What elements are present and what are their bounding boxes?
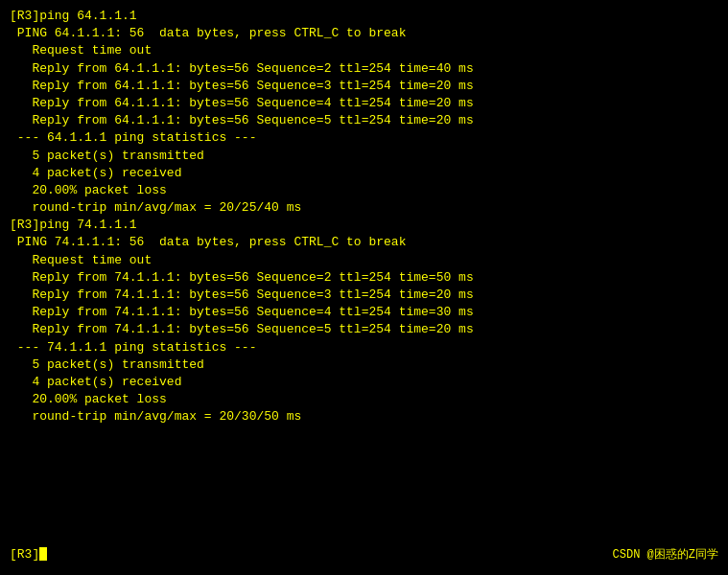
terminal-line: [R3]ping 64.1.1.1	[10, 8, 718, 25]
terminal-line: Request time out	[10, 42, 718, 59]
terminal-line: Reply from 64.1.1.1: bytes=56 Sequence=2…	[10, 60, 718, 78]
terminal-line: 20.00% packet loss	[10, 182, 718, 199]
terminal-line: 5 packet(s) transmitted	[10, 148, 718, 165]
terminal-line: Reply from 64.1.1.1: bytes=56 Sequence=5…	[10, 112, 718, 129]
terminal-line: Reply from 74.1.1.1: bytes=56 Sequence=5…	[10, 321, 718, 338]
terminal-line: round-trip min/avg/max = 20/25/40 ms	[10, 199, 718, 217]
terminal-line: 20.00% packet loss	[10, 391, 718, 408]
terminal-line: Reply from 74.1.1.1: bytes=56 Sequence=3…	[10, 287, 718, 304]
terminal-line: Reply from 64.1.1.1: bytes=56 Sequence=4…	[10, 95, 718, 112]
terminal-line: round-trip min/avg/max = 20/30/50 ms	[10, 408, 718, 426]
terminal-output: [R3]ping 64.1.1.1 PING 64.1.1.1: 56 data…	[10, 8, 718, 426]
terminal-line: Reply from 64.1.1.1: bytes=56 Sequence=3…	[10, 78, 718, 95]
terminal-line: Reply from 74.1.1.1: bytes=56 Sequence=4…	[10, 304, 718, 321]
terminal-line: --- 74.1.1.1 ping statistics ---	[10, 339, 718, 356]
terminal-line: [R3]ping 74.1.1.1	[10, 217, 718, 234]
terminal-line: PING 64.1.1.1: 56 data bytes, press CTRL…	[10, 25, 718, 42]
terminal-line: 4 packet(s) received	[10, 165, 718, 182]
watermark: CSDN @困惑的Z同学	[613, 547, 718, 564]
terminal-line: --- 64.1.1.1 ping statistics ---	[10, 129, 718, 147]
terminal-line: PING 74.1.1.1: 56 data bytes, press CTRL…	[10, 234, 718, 251]
terminal-line: 5 packet(s) transmitted	[10, 356, 718, 374]
command-prompt: [R3]	[10, 546, 47, 564]
terminal-window: [R3]ping 64.1.1.1 PING 64.1.1.1: 56 data…	[10, 8, 718, 567]
cursor	[39, 547, 47, 561]
terminal-line: Reply from 74.1.1.1: bytes=56 Sequence=2…	[10, 269, 718, 287]
bottom-bar: [R3] CSDN @困惑的Z同学	[10, 546, 718, 564]
terminal-line: Request time out	[10, 252, 718, 269]
prompt-text: [R3]	[10, 547, 39, 562]
terminal-line: 4 packet(s) received	[10, 374, 718, 391]
